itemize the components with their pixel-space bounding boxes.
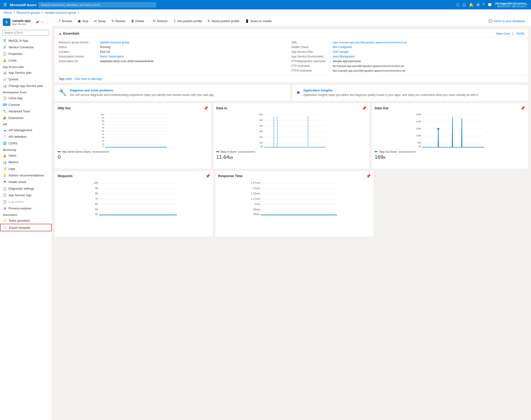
svg-text:0: 0 [103,145,104,148]
sidebar-item-log-stream[interactable]: 📋 Log stream [0,198,52,205]
metric-card-responsetime: Response Time 📌 1.67min 1.5min 1.33min 1… [215,171,374,237]
sidebar-item-cors[interactable]: 🌐 CORS [0,140,52,147]
notifications-icon[interactable]: 🔔 [469,3,473,7]
sidebar-item-metrics[interactable]: 📊 Metrics [0,159,52,165]
sidebar-label-advanced-tools: Advanced Tools [8,109,30,113]
hamburger-menu-icon[interactable]: ☰ [2,1,8,8]
svg-text:100B: 100B [416,135,421,137]
svg-text:90: 90 [102,117,104,119]
sidebar-label-change-plan: Change App Service plan [8,84,43,88]
sidebar-item-change-plan[interactable]: 📊 Change App Service plan [0,82,52,89]
reset-publish-icon: ↻ [208,19,210,23]
sidebar-item-process-explorer[interactable]: 🖥 Process explorer [0,205,52,211]
user-account[interactable]: chrisqpublic@contos... MICROSOFT (MICROS… [495,2,529,8]
help-icon[interactable]: ? [483,3,485,7]
metric-pin-responsetime[interactable]: 📌 [366,174,371,178]
sidebar-item-service-connector[interactable]: 🔗 Service Connector [0,44,52,50]
sidebar-item-api-definition[interactable]: 📄 API definition [0,133,52,140]
sidebar-item-locks[interactable]: 🔒 Locks [0,57,52,64]
promo-card-insights[interactable]: ● Application Insights Application Insig… [292,85,528,101]
tags-edit-link[interactable]: (edit) [65,77,72,81]
export-template-icon: 📄 [3,226,7,229]
essentials-value-asp[interactable]: ASP-sample [333,50,349,53]
sidebar-item-app-service-plan[interactable]: 📊 App Service plan [0,69,52,76]
essentials-value-subscription[interactable]: Demo Subscription [100,55,124,58]
delete-label: Delete [136,19,144,23]
sidebar-item-tasks[interactable]: ⚡ Tasks (preview) [0,217,52,224]
star-icon[interactable]: ☆ [41,20,44,24]
svg-text:1min: 1min [255,203,260,205]
metric-pin-http5xx[interactable]: 📌 [204,106,208,110]
sidebar-item-clone-app[interactable]: 📋 Clone App [0,95,52,101]
breadcrumb-sample-resource-group[interactable]: sample-resource-group [45,11,76,14]
essentials-colon-ase: : [330,55,331,58]
settings-icon[interactable]: ⚙ [476,3,480,7]
svg-text:5kB: 5kB [259,119,263,121]
sidebar-item-app-service-logs[interactable]: 📋 App Service logs [0,192,52,198]
tags-add-link[interactable]: Click here to add tags [75,77,102,81]
promo-card-diagnose[interactable]: 🔧 Diagnose and solve problems Our self-s… [55,85,290,101]
app-service-plan-icon: 📊 [3,71,7,75]
json-link[interactable]: JSON [516,32,524,35]
sidebar-item-diagnostic-settings[interactable]: 📋 Diagnostic settings [0,185,52,192]
delete-button[interactable]: 🗑 Delete [129,18,147,24]
essentials-value-health[interactable]: Not Configured [333,45,352,49]
share-mobile-button[interactable]: 📱 Share to mobile [243,18,274,24]
cloud-shell-icon[interactable]: ☐ [456,3,460,7]
reset-publish-profile-button[interactable]: ↻ Reset publish profile [205,18,242,24]
essentials-row-asp: App Service Plan : ASP-sample [291,50,524,53]
metric-pin-dataout[interactable]: 📌 [520,106,525,110]
essentials-label-subscription: Subscription (move) [59,55,96,58]
restart-button[interactable]: ↻ Restart [109,18,128,24]
sidebar-item-extensions[interactable]: 🧩 Extensions [0,115,52,121]
metric-pin-datain[interactable]: 📌 [362,106,366,110]
get-publish-profile-button[interactable]: ⇩ Get publish profile [171,18,204,24]
essentials-value-ase[interactable]: asev2ilbmigration [333,55,355,58]
breadcrumb-resource-groups[interactable]: Resource groups [16,11,40,14]
portal-icon[interactable]: ◫ [462,3,466,7]
essentials-chevron-icon[interactable]: ▲ [59,32,62,35]
sidebar-item-alerts[interactable]: 🔔 Alerts [0,152,52,159]
sidebar: S sample-app App Service 📌 ☆ … 🗄 MySQL I… [0,16,52,420]
sidebar-item-api-management[interactable]: ☁ API Management [0,127,52,133]
feedback-icon[interactable]: 💬 [487,3,492,7]
breadcrumb: Home > Resource groups > sample-resource… [0,9,531,16]
breadcrumb-home[interactable]: Home [4,11,12,14]
sidebar-item-properties[interactable]: 📋 Properties [0,50,52,57]
stop-button[interactable]: ▣ Stop [76,18,91,24]
more-icon[interactable]: … [46,20,49,24]
essentials-value-rg[interactable]: sample-resource-group [100,41,129,44]
essentials-value-url[interactable]: https://sample-app.asev2ilbmigration.app… [333,41,407,44]
sidebar-item-health-check[interactable]: ❤ Health check [0,179,52,185]
sidebar-item-mysql[interactable]: 🗄 MySQL In App [0,37,52,44]
user-subscription: MICROSOFT (MICROSOFT... [495,5,529,8]
sidebar-search-input[interactable] [2,30,49,36]
essentials-row-location: Location : East US [59,50,291,53]
sidebar-app-name: sample-app [12,19,31,23]
essentials-row-health: Health Check : Not Configured [291,45,524,49]
pin-icon[interactable]: 📌 [35,20,39,24]
global-search-input[interactable] [38,2,156,8]
refresh-button[interactable]: ↻ Refresh [151,18,170,24]
essentials-value-status: Running [100,45,110,49]
view-cost-link[interactable]: View Cost [496,32,510,35]
swap-button[interactable]: ⇄ Swap [92,18,108,24]
sidebar-item-quotas[interactable]: 📈 Quotas [0,76,52,82]
sidebar-item-console[interactable]: ⌨ Console [0,101,52,108]
sidebar-label-mysql: MySQL In App [8,39,28,42]
feedback-button[interactable]: 💬 Send us your feedback [486,18,527,24]
advisor-icon: 💡 [3,173,7,177]
sidebar-label-tasks: Tasks (preview) [8,219,30,222]
swap-icon: ⇄ [94,19,97,23]
sidebar-item-logs[interactable]: 📝 Logs [0,165,52,172]
sidebar-item-advisor[interactable]: 💡 Advisor recommendations [0,172,52,179]
metric-pin-requests[interactable]: 📌 [205,174,210,178]
essentials-row-subscription-id: Subscription ID : aaaa0a0a-bb1b-cc2c-dd3… [59,60,291,63]
browse-button[interactable]: ↗ Browse [56,18,75,24]
svg-text:60: 60 [95,203,98,205]
sidebar-label-console: Console [8,103,20,106]
sidebar-item-export-template[interactable]: 📄 Export template [0,224,52,231]
legend-sub-http5xx: windowsdotnet [92,150,109,153]
sidebar-item-advanced-tools[interactable]: 🔧 Advanced Tools [0,108,52,115]
essentials-colon-status: : [97,45,98,49]
